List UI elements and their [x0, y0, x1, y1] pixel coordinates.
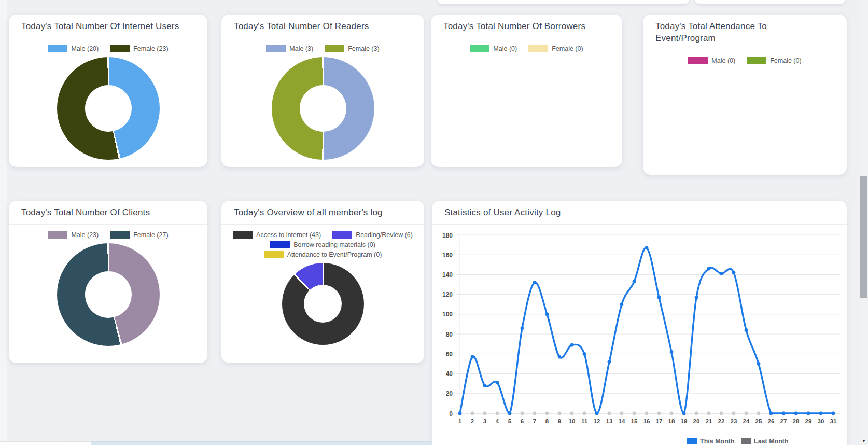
card-title: Today's Total Number Of Readers — [234, 21, 412, 33]
legend-item[interactable]: Borrow reading materials (0) — [270, 241, 375, 248]
legend-label-last-month[interactable]: Last Month — [754, 438, 789, 445]
chart-legend: Access to internet (43)Reading/Review (6… — [233, 231, 413, 258]
this-month-point — [832, 412, 835, 415]
card-title: Statistics of User Activity Log — [444, 207, 834, 219]
legend-item[interactable]: Access to internet (43) — [233, 231, 321, 239]
legend-label: Male (0) — [711, 57, 735, 64]
y-tick-label: 120 — [442, 291, 453, 298]
x-tick-label: 28 — [793, 418, 800, 424]
y-tick-label: 160 — [442, 252, 453, 259]
y-tick-label: 80 — [446, 331, 453, 338]
legend-swatch — [528, 45, 548, 52]
this-month-point — [807, 412, 810, 415]
x-tick-label: 7 — [533, 418, 536, 424]
legend-item[interactable]: Female (27) — [110, 231, 168, 239]
card-members-log: Today's Overview of all member's log Acc… — [221, 201, 424, 363]
legend-item[interactable]: Female (0) — [747, 57, 801, 64]
legend-swatch — [264, 251, 284, 258]
line-chart[interactable]: 0204060801001201401601801234567891011121… — [432, 201, 847, 445]
card-title: Today's Total Number Of Internet Users — [21, 21, 195, 33]
legend-label: Borrow reading materials (0) — [293, 241, 375, 248]
legend-item[interactable]: Attendance to Event/Program (0) — [264, 251, 382, 258]
legend-swatch — [110, 45, 130, 52]
legend-label: Reading/Review (6) — [356, 231, 413, 239]
this-month-point — [695, 296, 698, 299]
legend-label: Male (20) — [71, 45, 99, 52]
x-tick-label: 29 — [805, 418, 812, 424]
legend-item[interactable]: Female (3) — [325, 45, 379, 52]
x-tick-label: 24 — [743, 418, 750, 424]
this-month-point — [745, 328, 748, 332]
x-tick-label: 3 — [483, 418, 486, 424]
this-month-point — [521, 326, 524, 330]
this-month-point — [757, 362, 761, 366]
scroll-down-button[interactable]: ▼ — [860, 437, 868, 445]
x-tick-label: 21 — [706, 418, 712, 424]
this-month-point — [583, 352, 586, 356]
card-readers: Today's Total Number Of Readers Male (3)… — [221, 15, 424, 167]
this-month-point — [508, 412, 512, 415]
last-month-point — [608, 412, 611, 415]
x-tick-label: 5 — [508, 418, 512, 424]
legend-item[interactable]: Reading/Review (6) — [332, 231, 413, 239]
legend-swatch — [470, 45, 489, 52]
last-month-point — [483, 412, 487, 415]
card-internet-users: Today's Total Number Of Internet Users M… — [9, 15, 207, 167]
bottom-edge-segment — [0, 441, 67, 445]
x-tick-label: 26 — [768, 418, 775, 424]
card-header: Today's Total Number Of Readers — [221, 15, 424, 38]
x-tick-label: 27 — [780, 418, 787, 424]
last-month-point — [695, 412, 698, 415]
legend-item[interactable]: Male (23) — [48, 231, 99, 239]
legend-swatch-this-month[interactable] — [687, 438, 697, 444]
this-month-point — [545, 312, 549, 316]
legend-swatch — [48, 45, 67, 52]
legend-swatch-last-month[interactable] — [741, 438, 751, 444]
left-gutter — [0, 0, 7, 445]
legend-swatch — [270, 241, 290, 248]
y-tick-label: 0 — [449, 410, 453, 418]
legend-item[interactable]: Male (0) — [688, 57, 735, 64]
legend-swatch — [233, 231, 253, 239]
legend-item[interactable]: Male (20) — [48, 45, 99, 52]
legend-label: Attendance to Event/Program (0) — [287, 251, 382, 258]
card-event-attendance: Today's Total Attendance To Event/Progra… — [643, 15, 847, 175]
legend-item[interactable]: Female (0) — [528, 45, 583, 52]
card-body: Male (23)Female (27) — [9, 225, 207, 346]
donut-hole — [304, 285, 342, 323]
donut-chart[interactable] — [282, 263, 364, 345]
card-title: Today's Total Number Of Clients — [21, 207, 195, 219]
this-month-point — [657, 296, 661, 299]
last-month-point — [657, 412, 661, 415]
x-tick-label: 9 — [558, 418, 561, 424]
x-tick-label: 20 — [693, 418, 700, 424]
this-month-point — [608, 360, 611, 364]
y-tick-label: 40 — [446, 370, 453, 378]
legend-label-this-month[interactable]: This Month — [700, 438, 735, 445]
this-month-point — [720, 272, 723, 275]
last-month-point — [707, 412, 711, 415]
this-month-point — [782, 412, 786, 415]
donut-hole — [85, 85, 132, 132]
donut-chart[interactable] — [57, 57, 160, 160]
donut-chart[interactable] — [272, 57, 374, 160]
donut-chart[interactable] — [57, 243, 160, 346]
last-month-point — [496, 412, 499, 415]
this-month-point — [570, 343, 574, 347]
legend-item[interactable]: Female (23) — [110, 45, 168, 52]
legend-item[interactable]: Male (0) — [470, 45, 517, 52]
last-month-point — [757, 412, 761, 415]
legend-item[interactable]: Male (3) — [266, 45, 313, 52]
donut-hole — [85, 271, 132, 318]
this-month-point — [732, 271, 736, 274]
chart-legend: Male (3)Female (3) — [266, 45, 379, 52]
this-month-point — [633, 280, 636, 283]
scroll-down-icon: ▼ — [862, 439, 866, 443]
scrollbar-thumb[interactable] — [860, 176, 867, 298]
this-month-point — [707, 267, 711, 271]
this-month-point — [595, 412, 599, 415]
x-tick-label: 15 — [631, 418, 638, 424]
this-month-point — [533, 281, 537, 284]
this-month-point — [471, 355, 474, 359]
card-header: Today's Total Attendance To Event/Progra… — [643, 15, 847, 50]
